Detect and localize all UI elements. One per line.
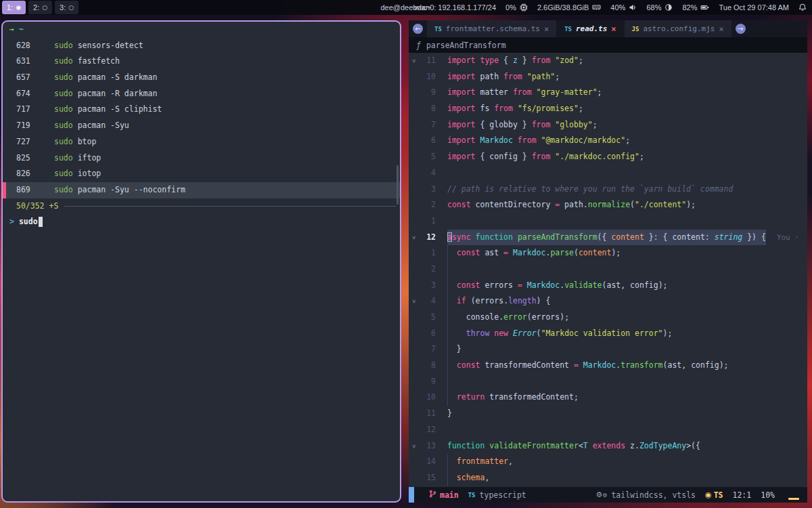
code-line[interactable]: 6import Markdoc from "@markdoc/markdoc";	[409, 133, 807, 149]
clock-label: Tue Oct 29 07:48 AM	[719, 3, 789, 12]
code-line[interactable]: 4	[409, 165, 807, 182]
tab-frontmatter.schema.ts[interactable]: TSfrontmatter.schema.ts×	[427, 20, 556, 37]
fold-column	[409, 389, 418, 406]
fold-column	[409, 341, 418, 358]
code-line[interactable]: 3// path is relative to where you run th…	[409, 182, 807, 198]
line-text: import type { z } from "zod";	[447, 53, 583, 69]
tab-read.ts[interactable]: TSread.ts×	[557, 20, 623, 37]
code-line[interactable]: 9import matter from "gray-matter";	[409, 85, 807, 101]
linter-label: TS	[714, 490, 723, 500]
code-line[interactable]: 2	[409, 261, 807, 278]
code-line[interactable]: 5import { config } from "./markdoc.confi…	[409, 149, 807, 165]
code-line[interactable]: 7import { globby } from "globby";	[409, 117, 807, 133]
fold-column	[409, 310, 418, 326]
code-line[interactable]: 9	[409, 374, 807, 390]
cursor-position-label: 12:1	[733, 490, 752, 500]
code-line[interactable]: 8 const transformedContent = Markdoc.tra…	[409, 358, 807, 374]
line-number: 9	[418, 85, 436, 101]
tabs-scroll-right-button[interactable]: →	[736, 24, 746, 34]
workspace-3[interactable]: 3:○	[55, 1, 78, 14]
terminal-scrollbar[interactable]	[397, 165, 399, 205]
brightness-label: 68%	[646, 3, 661, 12]
volume-module[interactable]: 40%	[610, 3, 637, 12]
close-tab-icon[interactable]: ×	[719, 24, 723, 34]
line-text: const ast = Markdoc.parse(content);	[447, 245, 621, 261]
command-sudo: sudo	[54, 121, 73, 130]
network-module[interactable]: wlan0: 192.168.1.177/24	[415, 3, 497, 12]
code-line[interactable]: >12async function parseAndTransform({ co…	[409, 230, 807, 246]
history-item[interactable]: 674sudo pacman -R darkman	[3, 86, 400, 102]
history-item[interactable]: 628sudo sensors-detect	[3, 38, 400, 54]
tab-filename: read.ts	[576, 24, 607, 33]
fold-column	[409, 182, 418, 198]
tab-astro.config.mjs[interactable]: JSastro.config.mjs×	[625, 20, 731, 37]
lsp-servers-label: tailwindcss, vtsls	[611, 490, 696, 500]
line-text: frontmatter,	[447, 454, 513, 470]
code-line[interactable]: 1 const ast = Markdoc.parse(content);	[409, 245, 807, 261]
code-line[interactable]: 6 throw new Error("Markdoc validation er…	[409, 326, 807, 342]
linter-dot-icon: ◉	[705, 491, 712, 499]
history-item[interactable]: 657sudo pacman -S darkman	[3, 70, 400, 86]
command-sudo: sudo	[54, 185, 73, 194]
code-line[interactable]: >11import type { z } from "zod";	[409, 53, 807, 69]
ts-file-icon: TS	[564, 26, 572, 33]
fold-chevron-icon[interactable]: >	[409, 293, 418, 310]
code-line[interactable]: 5 console.error(errors);	[409, 310, 807, 326]
terminal-window[interactable]: → ~ 628sudo sensors-detect631sudo fastfe…	[1, 20, 401, 503]
brightness-module[interactable]: 68%	[646, 3, 673, 12]
code-line[interactable]: 14 frontmatter,	[409, 454, 807, 470]
editor-window[interactable]: ← TSfrontmatter.schema.ts×TSread.ts×JSas…	[409, 20, 807, 503]
volume-icon	[629, 3, 637, 12]
code-line[interactable]: 3 const errors = Markdoc.validate(ast, c…	[409, 278, 807, 294]
code-line[interactable]: >13function validateFrontmatter<T extend…	[409, 438, 807, 454]
history-item[interactable]: 719sudo pacman -Syu	[3, 118, 400, 134]
history-item[interactable]: 717sudo pacman -S cliphist	[3, 102, 400, 118]
workspace-2[interactable]: 2:○	[28, 1, 52, 14]
history-item[interactable]: 727sudo btop	[3, 134, 400, 150]
fold-chevron-icon[interactable]: >	[409, 230, 418, 246]
clock-module[interactable]: Tue Oct 29 07:48 AM	[719, 3, 789, 12]
line-number: 12	[418, 422, 436, 438]
memory-module[interactable]: 2.6GiB/38.8GiB	[537, 3, 601, 12]
code-line[interactable]: 2const contentDirectory = path.normalize…	[409, 197, 807, 213]
fold-chevron-icon[interactable]: >	[409, 438, 418, 454]
code-line[interactable]: >4 if (errors.length) {	[409, 293, 807, 310]
history-number: 674	[16, 86, 54, 102]
command-sudo: sudo	[54, 41, 73, 50]
fold-chevron-icon[interactable]: >	[409, 53, 418, 69]
code-line[interactable]: 11}	[409, 406, 807, 422]
code-line[interactable]: 7 }	[409, 341, 807, 358]
code-line[interactable]: 8import fs from "fs/promises";	[409, 101, 807, 117]
code-line[interactable]: 15 schema,	[409, 470, 807, 486]
code-line[interactable]: 10import path from "path";	[409, 69, 807, 85]
fold-column	[409, 197, 418, 213]
fold-column	[409, 261, 418, 278]
code-line[interactable]: 1	[409, 213, 807, 230]
history-item[interactable]: 869sudo pacman -Syu --noconfirm	[3, 182, 400, 198]
cpu-module[interactable]: 0%	[505, 3, 528, 12]
code-area[interactable]: >11import type { z } from "zod";10import…	[409, 53, 807, 487]
battery-module[interactable]: 82%	[682, 3, 709, 12]
close-tab-icon[interactable]: ×	[611, 24, 616, 34]
history-number: 631	[16, 54, 54, 70]
history-item[interactable]: 826sudo iotop	[3, 166, 400, 182]
notification-module[interactable]	[798, 3, 807, 12]
code-line[interactable]: 10 return transformedContent;	[409, 389, 807, 406]
history-item[interactable]: 825sudo iftop	[3, 150, 400, 167]
cpu-icon	[520, 3, 528, 12]
fzf-search-input[interactable]: > sudo	[3, 214, 400, 230]
history-item[interactable]: 631sudo fastfetch	[3, 54, 400, 70]
battery-label: 82%	[682, 3, 697, 12]
close-tab-icon[interactable]: ×	[544, 24, 549, 34]
tab-list: TSfrontmatter.schema.ts×TSread.ts×JSastr…	[427, 20, 731, 37]
fold-column	[409, 149, 418, 165]
workspace-1[interactable]: 1:◉	[2, 1, 26, 14]
line-number: 11	[418, 406, 436, 422]
fold-column	[409, 358, 418, 374]
tabs-scroll-left-button[interactable]: ←	[413, 24, 423, 34]
line-number: 5	[418, 149, 436, 165]
memory-icon	[592, 3, 601, 12]
line-text: import Markdoc from "@markdoc/markdoc";	[447, 133, 630, 149]
code-line[interactable]: 12	[409, 422, 807, 438]
git-branch-status[interactable]: main	[429, 490, 459, 500]
